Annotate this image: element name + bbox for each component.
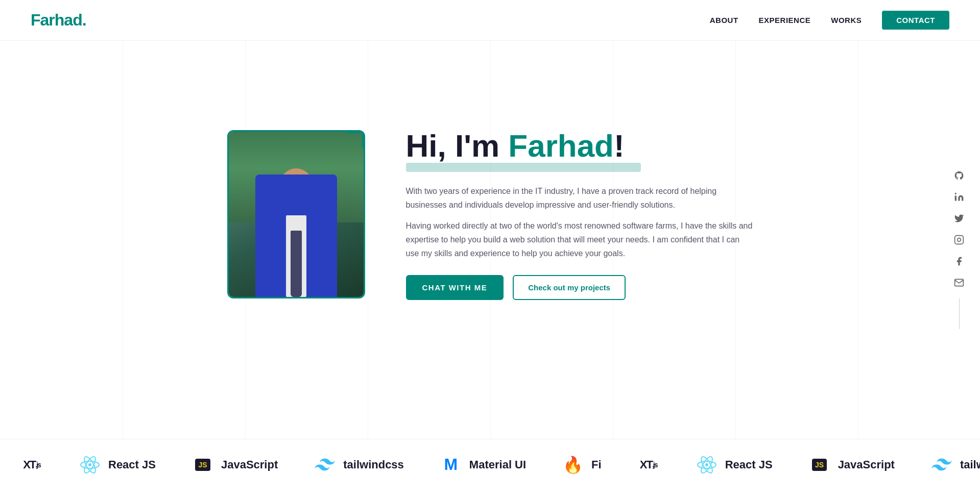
social-sidebar (953, 170, 965, 329)
svg-point-0 (955, 193, 957, 194)
firebase-label: Fi (591, 458, 602, 471)
nav-link-about[interactable]: ABOUT (710, 16, 738, 24)
profile-photo-card (227, 130, 365, 298)
linkedin-icon[interactable] (953, 191, 965, 203)
hero-underline-decoration (406, 163, 641, 172)
reactjs-icon-2 (696, 454, 718, 476)
email-icon[interactable] (953, 277, 965, 288)
tech-item-nextjs: XT.js (20, 454, 43, 476)
hero-greeting: Hi, I'm (406, 128, 509, 163)
javascript-icon-2: JS (808, 454, 831, 476)
javascript-icon: JS (192, 454, 214, 476)
hero-title: Hi, I'm Farhad! (406, 129, 753, 163)
instagram-icon[interactable] (953, 234, 965, 245)
reactjs-icon (79, 454, 101, 476)
tailwind-label: tailwindcss (343, 458, 404, 471)
tech-item-tailwind: tailwindcss (314, 454, 404, 476)
hero-buttons: CHAT WITH ME Check out my projects (406, 275, 753, 300)
javascript-label: JavaScript (221, 458, 278, 471)
nav-link-experience[interactable]: EXPERIENCE (759, 16, 811, 24)
nav-link-works[interactable]: WORKS (831, 16, 862, 24)
nav-item-experience[interactable]: EXPERIENCE (759, 16, 811, 25)
tech-item-react-2: React JS (696, 454, 773, 476)
photo-placeholder (229, 132, 364, 297)
logo-rest: arhad. (40, 11, 86, 29)
javascript-label-2: JavaScript (838, 458, 895, 471)
hero-paragraph-1: With two years of experience in the IT i… (406, 184, 753, 212)
tech-item-firebase: 🔥 Fi (562, 454, 602, 476)
facebook-icon[interactable] (953, 256, 965, 267)
hero-paragraph-2: Having worked directly at two of the wor… (406, 219, 753, 261)
svg-point-10 (705, 463, 708, 466)
tech-item-nextjs-2: XT.js (637, 454, 660, 476)
chat-button[interactable]: CHAT WITH ME (406, 275, 504, 300)
tailwindcss-icon-2 (930, 454, 953, 476)
tech-scroll-track: XT.js React JS JS JavaScript (0, 454, 980, 476)
nav-item-works[interactable]: WORKS (831, 16, 862, 25)
tech-item-materialui: M Material UI (440, 454, 526, 476)
figure-body (255, 174, 337, 297)
nav-item-about[interactable]: ABOUT (710, 16, 738, 25)
nav-links: ABOUT EXPERIENCE WORKS CONTACT (710, 16, 949, 25)
main-content: Hi, I'm Farhad! With two years of experi… (0, 41, 980, 490)
materialui-icon: M (440, 454, 462, 476)
twitter-icon[interactable] (953, 213, 965, 224)
github-icon[interactable] (953, 170, 965, 181)
social-divider (959, 298, 960, 329)
nextjs-icon: XT.js (20, 454, 43, 476)
projects-button[interactable]: Check out my projects (513, 275, 626, 300)
tech-item-javascript: JS JavaScript (192, 454, 278, 476)
tailwind-label-2: tailwindcss (960, 458, 980, 471)
hero-text-block: Hi, I'm Farhad! With two years of experi… (406, 129, 753, 300)
react-label: React JS (108, 458, 156, 471)
tech-item-javascript-2: JS JavaScript (808, 454, 895, 476)
firebase-icon: 🔥 (562, 454, 584, 476)
svg-rect-1 (955, 236, 964, 244)
react-label-2: React JS (725, 458, 773, 471)
nav-item-contact[interactable]: CONTACT (882, 16, 949, 25)
hero-exclamation: ! (614, 128, 625, 163)
materialui-label: Material UI (469, 458, 526, 471)
tech-item-tailwind-2: tailwindcss (930, 454, 980, 476)
tailwindcss-icon (314, 454, 336, 476)
tech-item-react: React JS (79, 454, 156, 476)
nav-contact-button[interactable]: CONTACT (882, 11, 949, 30)
svg-point-6 (88, 463, 91, 466)
figure-tie (291, 231, 302, 297)
logo[interactable]: Farhad. (31, 11, 86, 30)
hero-name-highlight: Farhad (508, 128, 614, 163)
tech-stack-bar: XT.js React JS JS JavaScript (0, 439, 980, 490)
nextjs-icon-2: XT.js (637, 454, 660, 476)
person-figure (245, 149, 347, 297)
logo-highlight: F (31, 11, 40, 29)
hero-section: Hi, I'm Farhad! With two years of experi… (0, 41, 980, 388)
navbar: Farhad. ABOUT EXPERIENCE WORKS CONTACT (0, 0, 980, 41)
